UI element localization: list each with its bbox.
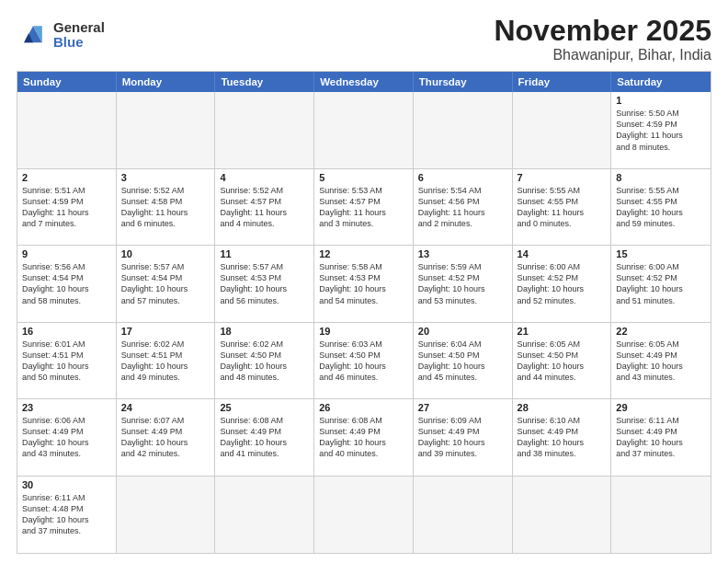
col-friday: Friday [513, 72, 612, 92]
cal-cell-25: 20Sunrise: 6:04 AM Sunset: 4:50 PM Dayli… [414, 323, 513, 399]
cal-cell-28: 23Sunrise: 6:06 AM Sunset: 4:49 PM Dayli… [17, 399, 117, 476]
cal-cell-36 [117, 477, 216, 553]
cal-cell-32: 27Sunrise: 6:09 AM Sunset: 4:49 PM Dayli… [414, 399, 513, 476]
day-number: 22 [616, 326, 706, 337]
day-info: Sunrise: 6:10 AM Sunset: 4:49 PM Dayligh… [518, 415, 607, 460]
cal-cell-11: 6Sunrise: 5:54 AM Sunset: 4:56 PM Daylig… [414, 169, 513, 246]
cal-cell-26: 21Sunrise: 6:05 AM Sunset: 4:50 PM Dayli… [513, 323, 612, 399]
day-number: 16 [22, 326, 111, 337]
cal-cell-29: 24Sunrise: 6:07 AM Sunset: 4:49 PM Dayli… [117, 399, 216, 476]
col-sunday: Sunday [17, 72, 117, 92]
day-number: 2 [22, 172, 111, 183]
logo: General Blue [17, 18, 105, 52]
location-subtitle: Bhawanipur, Bihar, India [494, 47, 711, 63]
day-info: Sunrise: 6:08 AM Sunset: 4:49 PM Dayligh… [319, 415, 408, 460]
day-number: 18 [220, 326, 309, 337]
cal-cell-38 [314, 477, 414, 553]
calendar: Sunday Monday Tuesday Wednesday Thursday… [17, 71, 711, 554]
cal-cell-39 [414, 477, 513, 553]
cal-cell-34: 29Sunrise: 6:11 AM Sunset: 4:49 PM Dayli… [611, 399, 711, 476]
cal-cell-5 [513, 92, 612, 168]
day-info: Sunrise: 5:53 AM Sunset: 4:57 PM Dayligh… [319, 185, 408, 230]
day-info: Sunrise: 6:11 AM Sunset: 4:48 PM Dayligh… [22, 492, 111, 537]
day-info: Sunrise: 5:52 AM Sunset: 4:57 PM Dayligh… [220, 185, 309, 230]
cal-cell-23: 18Sunrise: 6:02 AM Sunset: 4:50 PM Dayli… [215, 323, 314, 399]
day-info: Sunrise: 5:55 AM Sunset: 4:55 PM Dayligh… [616, 185, 706, 230]
cal-cell-33: 28Sunrise: 6:10 AM Sunset: 4:49 PM Dayli… [513, 399, 612, 476]
day-number: 28 [518, 402, 607, 413]
cal-cell-37 [215, 477, 314, 553]
day-number: 17 [121, 326, 210, 337]
cal-cell-21: 16Sunrise: 6:01 AM Sunset: 4:51 PM Dayli… [17, 323, 117, 399]
day-info: Sunrise: 5:58 AM Sunset: 4:53 PM Dayligh… [319, 261, 408, 306]
cal-cell-20: 15Sunrise: 6:00 AM Sunset: 4:52 PM Dayli… [611, 246, 711, 322]
day-info: Sunrise: 6:04 AM Sunset: 4:50 PM Dayligh… [418, 339, 507, 384]
cal-cell-27: 22Sunrise: 6:05 AM Sunset: 4:49 PM Dayli… [611, 323, 711, 399]
cal-cell-14: 9Sunrise: 5:56 AM Sunset: 4:54 PM Daylig… [17, 246, 117, 322]
cal-cell-9: 4Sunrise: 5:52 AM Sunset: 4:57 PM Daylig… [215, 169, 314, 246]
day-number: 1 [616, 95, 706, 106]
day-number: 30 [22, 479, 111, 490]
cal-cell-8: 3Sunrise: 5:52 AM Sunset: 4:58 PM Daylig… [117, 169, 216, 246]
day-info: Sunrise: 6:11 AM Sunset: 4:49 PM Dayligh… [616, 415, 706, 460]
day-number: 14 [518, 248, 607, 259]
day-info: Sunrise: 5:56 AM Sunset: 4:54 PM Dayligh… [22, 261, 111, 306]
cal-cell-40 [513, 477, 612, 553]
logo-general: General [53, 19, 105, 35]
cal-cell-0 [17, 92, 117, 168]
day-number: 11 [220, 248, 309, 259]
calendar-body: 1Sunrise: 5:50 AM Sunset: 4:59 PM Daylig… [17, 92, 711, 553]
cal-cell-31: 26Sunrise: 6:08 AM Sunset: 4:49 PM Dayli… [314, 399, 414, 476]
day-info: Sunrise: 5:57 AM Sunset: 4:53 PM Dayligh… [220, 261, 309, 306]
cal-cell-1 [117, 92, 216, 168]
header: General Blue November 2025 Bhawanipur, B… [17, 15, 711, 63]
day-info: Sunrise: 5:50 AM Sunset: 4:59 PM Dayligh… [616, 108, 706, 153]
cal-cell-41 [611, 477, 711, 553]
cal-cell-16: 11Sunrise: 5:57 AM Sunset: 4:53 PM Dayli… [215, 246, 314, 322]
cal-cell-3 [314, 92, 414, 168]
day-number: 20 [418, 326, 507, 337]
day-number: 23 [22, 402, 111, 413]
cal-cell-18: 13Sunrise: 5:59 AM Sunset: 4:52 PM Dayli… [414, 246, 513, 322]
day-info: Sunrise: 6:07 AM Sunset: 4:49 PM Dayligh… [121, 415, 210, 460]
day-number: 3 [121, 172, 210, 183]
day-number: 19 [319, 326, 408, 337]
cal-cell-35: 30Sunrise: 6:11 AM Sunset: 4:48 PM Dayli… [17, 477, 117, 553]
cal-cell-17: 12Sunrise: 5:58 AM Sunset: 4:53 PM Dayli… [314, 246, 414, 322]
cal-cell-30: 25Sunrise: 6:08 AM Sunset: 4:49 PM Dayli… [215, 399, 314, 476]
cal-cell-2 [215, 92, 314, 168]
cal-cell-24: 19Sunrise: 6:03 AM Sunset: 4:50 PM Dayli… [314, 323, 414, 399]
col-wednesday: Wednesday [314, 72, 414, 92]
day-info: Sunrise: 6:02 AM Sunset: 4:50 PM Dayligh… [220, 339, 309, 384]
day-info: Sunrise: 6:00 AM Sunset: 4:52 PM Dayligh… [518, 261, 607, 306]
day-info: Sunrise: 6:01 AM Sunset: 4:51 PM Dayligh… [22, 339, 111, 384]
logo-text: General Blue [53, 20, 105, 51]
title-block: November 2025 Bhawanipur, Bihar, India [494, 15, 711, 63]
day-number: 27 [418, 402, 507, 413]
day-info: Sunrise: 6:09 AM Sunset: 4:49 PM Dayligh… [418, 415, 507, 460]
day-number: 24 [121, 402, 210, 413]
day-number: 29 [616, 402, 706, 413]
day-info: Sunrise: 5:59 AM Sunset: 4:52 PM Dayligh… [418, 261, 507, 306]
day-info: Sunrise: 6:05 AM Sunset: 4:50 PM Dayligh… [518, 339, 607, 384]
day-info: Sunrise: 6:06 AM Sunset: 4:49 PM Dayligh… [22, 415, 111, 460]
day-info: Sunrise: 6:05 AM Sunset: 4:49 PM Dayligh… [616, 339, 706, 384]
day-info: Sunrise: 6:08 AM Sunset: 4:49 PM Dayligh… [220, 415, 309, 460]
day-number: 8 [616, 172, 706, 183]
logo-blue: Blue [53, 34, 84, 50]
day-number: 12 [319, 248, 408, 259]
cal-cell-22: 17Sunrise: 6:02 AM Sunset: 4:51 PM Dayli… [117, 323, 216, 399]
day-info: Sunrise: 5:51 AM Sunset: 4:59 PM Dayligh… [22, 185, 111, 230]
cal-cell-12: 7Sunrise: 5:55 AM Sunset: 4:55 PM Daylig… [513, 169, 612, 246]
day-number: 9 [22, 248, 111, 259]
day-info: Sunrise: 5:52 AM Sunset: 4:58 PM Dayligh… [121, 185, 210, 230]
cal-cell-13: 8Sunrise: 5:55 AM Sunset: 4:55 PM Daylig… [611, 169, 711, 246]
day-number: 7 [518, 172, 607, 183]
day-info: Sunrise: 6:03 AM Sunset: 4:50 PM Dayligh… [319, 339, 408, 384]
cal-cell-19: 14Sunrise: 6:00 AM Sunset: 4:52 PM Dayli… [513, 246, 612, 322]
day-number: 6 [418, 172, 507, 183]
day-info: Sunrise: 5:55 AM Sunset: 4:55 PM Dayligh… [518, 185, 607, 230]
col-monday: Monday [117, 72, 216, 92]
month-title: November 2025 [494, 15, 711, 47]
day-info: Sunrise: 6:02 AM Sunset: 4:51 PM Dayligh… [121, 339, 210, 384]
